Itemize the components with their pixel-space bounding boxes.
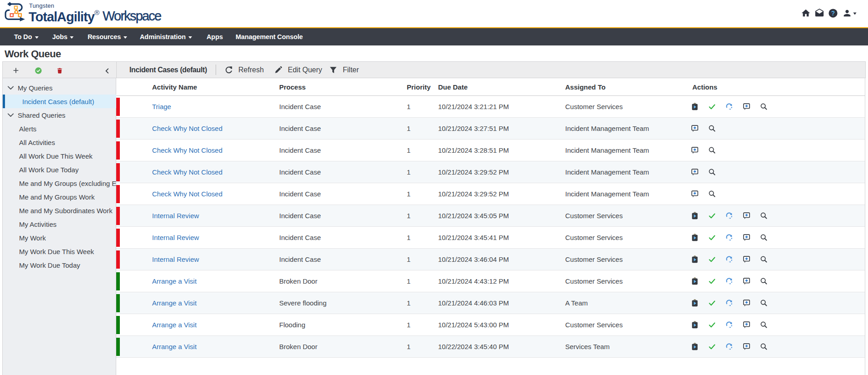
svg-text:?: ? <box>831 10 835 17</box>
